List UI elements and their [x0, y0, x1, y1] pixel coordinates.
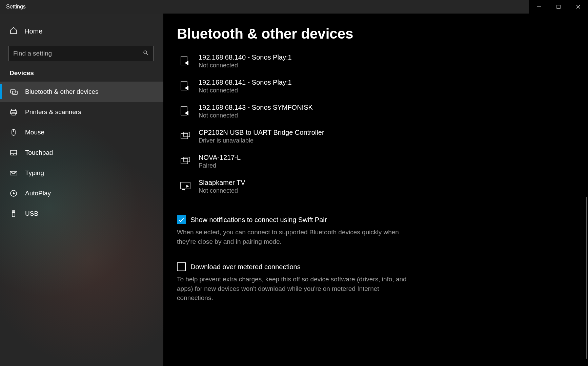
metered-description: To help prevent extra charges, keep this… [177, 275, 407, 303]
media-tv-icon [179, 179, 192, 192]
sidebar-nav: Bluetooth & other devices Printers & sca… [0, 82, 163, 224]
device-name: Slaapkamer TV [199, 179, 245, 187]
touchpad-icon [9, 149, 18, 157]
svg-rect-36 [181, 158, 188, 164]
sidebar: Home Devices Bluetooth & other devices P… [0, 14, 163, 366]
home-label: Home [24, 27, 42, 35]
sidebar-category-title: Devices [0, 69, 163, 82]
window-title: Settings [0, 4, 26, 10]
device-text: NOVA-1217-L Paired [199, 154, 241, 169]
device-status: Not connected [199, 187, 245, 194]
generic-device-icon [179, 154, 192, 167]
svg-rect-34 [181, 133, 188, 139]
sidebar-item-label: Mouse [25, 129, 44, 136]
close-button[interactable] [568, 0, 588, 14]
usb-icon [9, 210, 18, 218]
sidebar-item-printer[interactable]: Printers & scanners [0, 102, 163, 122]
media-cast-icon [179, 54, 192, 67]
checkmark-icon [178, 217, 184, 223]
maximize-button[interactable] [549, 0, 568, 14]
scrollbar-thumb[interactable] [586, 197, 587, 359]
metered-checkbox-row[interactable]: Download over metered connections [177, 262, 407, 271]
device-list: 192.168.68.140 - Sonos Play:1 Not connec… [177, 49, 574, 199]
device-status: Paired [199, 162, 241, 169]
svg-line-5 [146, 53, 148, 55]
minimize-button[interactable] [529, 0, 549, 14]
sidebar-item-label: Printers & scanners [25, 108, 81, 116]
device-row[interactable]: 192.168.68.143 - Sonos SYMFONISK Not con… [177, 99, 574, 124]
device-text: 192.168.68.141 - Sonos Play:1 Not connec… [199, 79, 292, 94]
device-text: Slaapkamer TV Not connected [199, 179, 245, 194]
device-row[interactable]: NOVA-1217-L Paired [177, 149, 574, 174]
device-text: 192.168.68.143 - Sonos SYMFONISK Not con… [199, 104, 313, 119]
titlebar: Settings [0, 0, 588, 14]
sidebar-item-bluetooth-devices[interactable]: Bluetooth & other devices [0, 82, 163, 102]
home-button[interactable]: Home [0, 22, 163, 41]
sidebar-item-touchpad[interactable]: Touchpad [0, 143, 163, 163]
device-name: 192.168.68.141 - Sonos Play:1 [199, 79, 292, 86]
device-name: 192.168.68.140 - Sonos Play:1 [199, 53, 292, 61]
close-icon [576, 4, 581, 9]
metered-label: Download over metered connections [190, 263, 301, 271]
sidebar-item-mouse[interactable]: Mouse [0, 122, 163, 143]
sidebar-item-autoplay[interactable]: AutoPlay [0, 183, 163, 203]
device-row[interactable]: 192.168.68.141 - Sonos Play:1 Not connec… [177, 74, 574, 99]
sidebar-item-label: Touchpad [25, 149, 53, 156]
autoplay-icon [9, 189, 18, 197]
metered-option: Download over metered connections To hel… [177, 262, 407, 303]
content-scrollbar[interactable] [586, 14, 587, 366]
svg-rect-1 [557, 5, 560, 8]
svg-rect-16 [10, 171, 17, 175]
maximize-icon [556, 4, 561, 9]
media-cast-icon [179, 104, 192, 117]
sidebar-item-label: Bluetooth & other devices [25, 88, 99, 95]
svg-rect-24 [13, 211, 15, 213]
svg-marker-23 [13, 192, 15, 195]
device-status: Not connected [199, 87, 292, 94]
svg-marker-31 [185, 86, 188, 90]
svg-rect-38 [181, 182, 190, 189]
svg-rect-37 [184, 157, 190, 162]
svg-marker-29 [185, 61, 188, 65]
bluetooth-devices-icon [9, 88, 18, 96]
svg-marker-41 [186, 185, 189, 188]
device-row[interactable]: Slaapkamer TV Not connected [177, 174, 574, 199]
swift-pair-description: When selected, you can connect to suppor… [177, 228, 407, 246]
home-icon [9, 26, 18, 36]
printer-icon [9, 108, 18, 116]
device-status: Driver is unavailable [199, 137, 324, 144]
swift-pair-label: Show notifications to connect using Swif… [190, 216, 327, 224]
device-row[interactable]: 192.168.68.140 - Sonos Play:1 Not connec… [177, 49, 574, 74]
search-input[interactable] [8, 46, 154, 61]
swift-pair-option: Show notifications to connect using Swif… [177, 215, 407, 246]
metered-checkbox[interactable] [177, 262, 186, 271]
search-icon [143, 50, 149, 57]
sidebar-item-label: Typing [25, 169, 44, 177]
sidebar-item-label: AutoPlay [25, 190, 51, 197]
svg-rect-25 [12, 213, 15, 217]
page-title: Bluetooth & other devices [177, 26, 574, 42]
device-row[interactable]: CP2102N USB to UART Bridge Controller Dr… [177, 124, 574, 149]
device-name: 192.168.68.143 - Sonos SYMFONISK [199, 104, 313, 111]
sidebar-item-label: USB [25, 210, 38, 217]
swift-pair-checkbox-row[interactable]: Show notifications to connect using Swif… [177, 215, 407, 224]
sidebar-item-usb[interactable]: USB [0, 203, 163, 224]
svg-rect-9 [11, 111, 17, 114]
svg-marker-33 [185, 111, 188, 115]
svg-rect-6 [11, 90, 15, 93]
swift-pair-checkbox[interactable] [177, 215, 186, 224]
device-text: 192.168.68.140 - Sonos Play:1 Not connec… [199, 53, 292, 69]
svg-point-4 [144, 51, 147, 54]
content-area: Bluetooth & other devices 192.168.68.140… [163, 14, 588, 366]
media-cast-icon [179, 79, 192, 92]
svg-rect-35 [184, 132, 190, 137]
device-text: CP2102N USB to UART Bridge Controller Dr… [199, 129, 324, 144]
generic-device-icon [179, 129, 192, 142]
sidebar-item-keyboard[interactable]: Typing [0, 163, 163, 183]
svg-rect-7 [13, 91, 17, 94]
window-controls [529, 0, 588, 14]
svg-point-39 [183, 189, 184, 190]
search-field[interactable] [13, 50, 139, 57]
mouse-icon [9, 128, 18, 136]
device-name: CP2102N USB to UART Bridge Controller [199, 129, 324, 136]
